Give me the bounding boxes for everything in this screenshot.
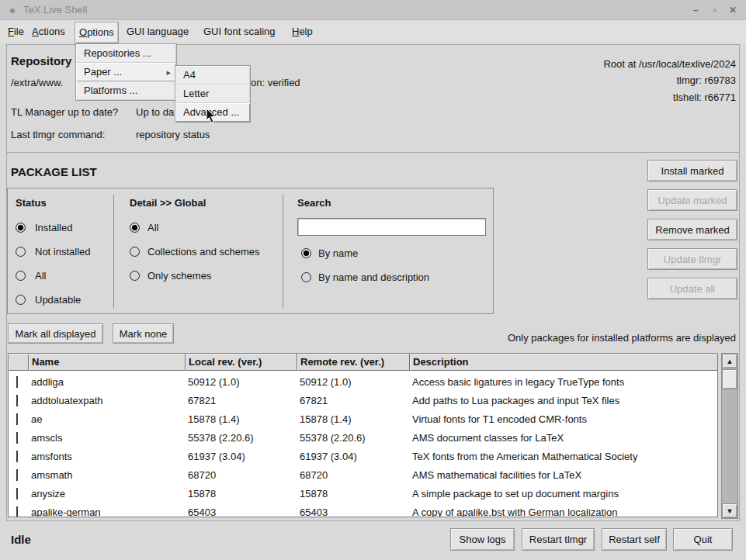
- cell-local: 65403: [186, 506, 297, 518]
- radio-installed[interactable]: [16, 223, 26, 233]
- radio-by-name-description[interactable]: [301, 272, 311, 282]
- install-marked-button[interactable]: Install marked: [647, 160, 737, 181]
- menu-file[interactable]: File: [4, 20, 28, 43]
- cell-local: 67821: [186, 395, 297, 406]
- menu-gui-font-scaling[interactable]: GUI font scaling: [200, 20, 279, 43]
- titlebar: TeX Live Shell – ▫ ✕: [0, 0, 746, 20]
- menu-actions[interactable]: Actions: [28, 20, 69, 43]
- cell-description: Virtual fonts for T1 encoded CMR-fonts: [410, 413, 718, 425]
- radio-detail-all-label: All: [147, 222, 158, 233]
- cell-description: TeX fonts from the American Mathematical…: [410, 451, 718, 462]
- cell-description: A copy of apalike.bst with German locali…: [410, 506, 718, 518]
- table-row[interactable]: addliga 50912 (1.0) 50912 (1.0) Access b…: [9, 372, 718, 391]
- scroll-up-icon[interactable]: ▲: [722, 354, 737, 368]
- cell-remote: 15878 (1.4): [297, 413, 410, 425]
- status-text: Idle: [11, 533, 31, 546]
- radio-updatable[interactable]: [16, 295, 26, 305]
- radio-detail-all[interactable]: [130, 223, 140, 233]
- table-row[interactable]: apalike-german 65403 65403 A copy of apa…: [9, 503, 718, 517]
- table-row[interactable]: anysize 15878 15878 A simple package to …: [9, 484, 718, 503]
- update-all-button[interactable]: Update all: [647, 278, 737, 299]
- cell-local: 61937 (3.04): [186, 451, 297, 462]
- row-checkbox[interactable]: [16, 506, 18, 518]
- row-checkbox[interactable]: [16, 469, 18, 481]
- minimize-icon[interactable]: –: [688, 3, 703, 17]
- radio-all-status[interactable]: [16, 271, 26, 281]
- cell-name: anysize: [29, 488, 186, 500]
- header-description[interactable]: Description: [410, 354, 718, 371]
- cell-name: addtoluatexpath: [29, 395, 186, 406]
- radio-installed-label: Installed: [35, 222, 72, 233]
- mark-none-button[interactable]: Mark none: [113, 323, 174, 344]
- maximize-icon[interactable]: ▫: [707, 3, 723, 17]
- mark-all-displayed-button[interactable]: Mark all displayed: [8, 323, 103, 344]
- scroll-down-icon[interactable]: ▼: [722, 503, 737, 518]
- menu-item-platforms[interactable]: Platforms ...: [76, 81, 176, 100]
- menu-options[interactable]: Options: [75, 22, 119, 43]
- package-table: Name Local rev. (ver.) Remote rev. (ver.…: [8, 353, 718, 517]
- header-local-rev[interactable]: Local rev. (ver.): [186, 354, 297, 371]
- show-logs-button[interactable]: Show logs: [450, 528, 515, 551]
- platforms-note: Only packages for installed platforms ar…: [425, 332, 736, 344]
- menu-item-repositories[interactable]: Repositories ...: [76, 44, 176, 63]
- cell-remote: 68720: [297, 469, 410, 481]
- update-marked-button[interactable]: Update marked: [647, 189, 737, 211]
- quit-button[interactable]: Quit: [673, 528, 733, 551]
- menu-gui-language[interactable]: GUI language: [123, 20, 193, 43]
- cell-remote: 61937 (3.04): [297, 451, 410, 462]
- remove-marked-button[interactable]: Remove marked: [647, 219, 737, 240]
- cell-description: Access basic ligatures in legacy TrueTyp…: [410, 376, 718, 388]
- radio-not-installed[interactable]: [16, 247, 26, 257]
- scrollbar-thumb[interactable]: [722, 369, 737, 389]
- cell-remote: 15878: [297, 488, 410, 500]
- header-checkbox-column[interactable]: [9, 354, 29, 371]
- close-icon[interactable]: ✕: [725, 3, 741, 17]
- header-name[interactable]: Name: [29, 354, 186, 371]
- cell-remote: 50912 (1.0): [297, 376, 410, 388]
- row-checkbox[interactable]: [16, 488, 18, 500]
- table-row[interactable]: amscls 55378 (2.20.6) 55378 (2.20.6) AMS…: [9, 428, 718, 447]
- radio-only-schemes[interactable]: [130, 271, 140, 281]
- cell-description: AMS document classes for LaTeX: [410, 432, 718, 444]
- table-row[interactable]: amsfonts 61937 (3.04) 61937 (3.04) TeX f…: [9, 447, 718, 465]
- cell-remote: 55378 (2.20.6): [297, 432, 410, 444]
- radio-collections-schemes[interactable]: [130, 247, 140, 257]
- tlmgr-revision: tlmgr: r69783: [503, 74, 736, 86]
- panel-separator-2: [283, 195, 283, 309]
- tl-manager-value: Up to da: [136, 106, 174, 118]
- row-checkbox[interactable]: [16, 376, 18, 388]
- menu-item-paper[interactable]: Paper ... ▸: [76, 63, 176, 81]
- row-checkbox[interactable]: [16, 395, 18, 406]
- search-input[interactable]: [297, 218, 486, 236]
- table-row[interactable]: ae 15878 (1.4) 15878 (1.4) Virtual fonts…: [9, 410, 718, 428]
- cell-local: 50912 (1.0): [186, 376, 297, 388]
- cell-local: 55378 (2.20.6): [186, 432, 297, 444]
- package-list-heading: PACKAGE LIST: [11, 165, 97, 178]
- cell-description: A simple package to set up document marg…: [410, 488, 718, 500]
- app-icon: [10, 9, 15, 13]
- section-divider: [6, 152, 740, 153]
- radio-by-name[interactable]: [301, 248, 311, 258]
- update-tlmgr-button[interactable]: Update tlmgr: [647, 248, 737, 270]
- cell-local: 15878: [186, 488, 297, 500]
- table-row[interactable]: amsmath 68720 68720 AMS mathematical fac…: [9, 465, 718, 484]
- row-checkbox[interactable]: [16, 451, 18, 462]
- row-checkbox[interactable]: [16, 432, 18, 444]
- row-checkbox[interactable]: [16, 413, 18, 425]
- radio-not-installed-label: Not installed: [35, 246, 91, 258]
- restart-tlmgr-button[interactable]: Restart tlmgr: [522, 528, 595, 551]
- panel-separator-1: [113, 195, 114, 309]
- status-group-label: Status: [16, 197, 47, 209]
- menu-help[interactable]: Help: [288, 20, 317, 43]
- cell-name: amsmath: [29, 469, 186, 481]
- header-remote-rev[interactable]: Remote rev. (ver.): [297, 354, 410, 371]
- restart-self-button[interactable]: Restart self: [602, 528, 667, 551]
- table-row[interactable]: addtoluatexpath 67821 67821 Add paths to…: [9, 391, 718, 410]
- vertical-scrollbar[interactable]: ▲ ▼: [721, 353, 738, 519]
- menu-item-paper-label: Paper ...: [84, 66, 122, 78]
- search-group-label: Search: [297, 197, 331, 209]
- submenu-item-letter[interactable]: Letter: [175, 85, 250, 103]
- submenu-item-a4[interactable]: A4: [175, 66, 250, 85]
- cell-description: AMS mathematical facilities for LaTeX: [410, 469, 718, 481]
- options-dropdown-menu: Repositories ... Paper ... ▸ Platforms .…: [75, 43, 177, 101]
